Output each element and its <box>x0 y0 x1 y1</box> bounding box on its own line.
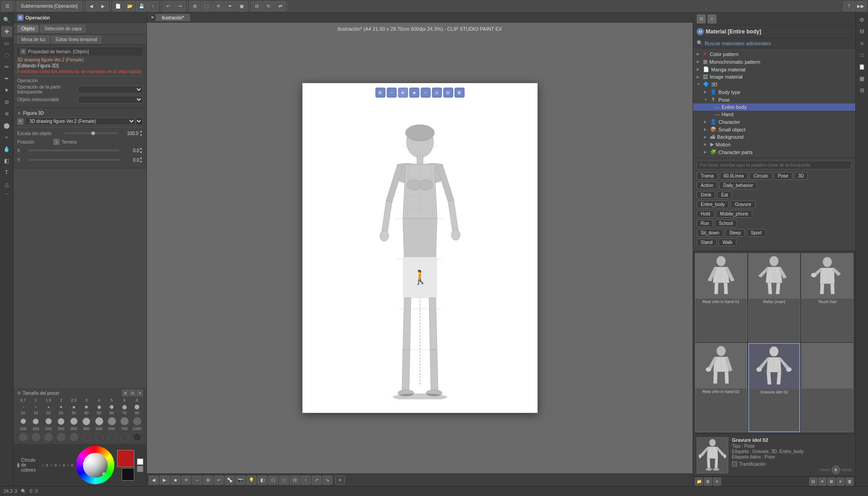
brush-icon-3[interactable]: ✕ <box>137 390 143 396</box>
tool-ink[interactable]: ✒ <box>1 73 12 84</box>
rp-bottom-3[interactable]: ≡ <box>713 477 721 486</box>
preview-3[interactable]: Touch hair <box>801 253 854 342</box>
ri-btn-7[interactable]: ⊞ <box>857 85 868 96</box>
preview-6[interactable] <box>801 343 854 433</box>
tree-hand[interactable]: — Hand <box>693 111 855 118</box>
rp-bottom-2[interactable]: ⊞ <box>704 477 712 486</box>
tree-background[interactable]: ▶ 🏙 Background <box>693 133 855 140</box>
tool-paint[interactable]: ⬤ <box>1 120 12 131</box>
tag-walk[interactable]: Walk <box>718 239 736 246</box>
brush-dot-25[interactable] <box>72 406 75 409</box>
brush-dot-100[interactable] <box>19 433 28 441</box>
rp-bottom-delete[interactable]: 🗑 <box>845 477 854 486</box>
color-wheel-inner[interactable] <box>83 453 108 477</box>
scale-slider[interactable] <box>64 132 118 134</box>
brush-dot-1[interactable] <box>35 406 37 408</box>
brush-dot-1000[interactable] <box>133 433 142 441</box>
ri-btn-3[interactable]: ≡ <box>857 38 868 49</box>
brush-dot-3[interactable] <box>85 405 88 409</box>
tag-action[interactable]: Action <box>697 182 717 189</box>
preview-2[interactable]: Relax (man) <box>748 253 801 342</box>
canvas-container[interactable]: Ilustración* (A4 21.00 x 29.70cm 600dpi … <box>147 23 693 473</box>
y-slider[interactable] <box>28 159 119 161</box>
preview-4[interactable]: Rest chin in hand 02 <box>695 343 747 433</box>
tree-character[interactable]: ▶ 👤 Character <box>693 118 855 126</box>
canvas-next[interactable]: ▶ <box>160 476 170 485</box>
find-more-btn[interactable]: 🔍 Buscar materiales adicionales <box>693 38 855 48</box>
canvas-rotate[interactable]: ↔ <box>192 476 202 485</box>
prop-objeto-select[interactable] <box>78 96 143 103</box>
tag-search-input[interactable] <box>697 161 852 169</box>
tab-objeto[interactable]: Objeto <box>17 25 38 33</box>
tag-stand[interactable]: Stand <box>697 239 717 246</box>
scale-spinner[interactable]: ▲ ▼ <box>139 129 143 137</box>
rp-bottom-1[interactable]: 📁 <box>695 477 703 486</box>
brush-dot-80[interactable] <box>133 417 142 426</box>
tag-pose[interactable]: Pose <box>774 172 793 180</box>
canvas-mesh[interactable]: ⬡ <box>268 476 278 485</box>
btn-mesa-luz[interactable]: Mesa de luz <box>17 36 50 43</box>
canvas-cam[interactable]: 📷 <box>236 476 245 485</box>
brush-dot-400[interactable] <box>82 433 91 441</box>
scale-down[interactable]: ▼ <box>139 133 143 137</box>
tb-undo[interactable]: ↩ <box>163 1 174 11</box>
ri-btn-4[interactable]: □ <box>857 50 868 61</box>
tag-3d[interactable]: 3D <box>794 172 808 180</box>
tree-pose[interactable]: ▼ 🏃 Pose <box>693 96 855 103</box>
tree-manga-material[interactable]: ▶ 📄 Manga material <box>693 66 855 73</box>
tree-motion[interactable]: ▶ ▶ Motion <box>693 140 855 148</box>
tree-mono-pattern[interactable]: ▶ ▦ Monochromatic pattern <box>693 58 855 66</box>
fig-ctrl-2[interactable]: ↔ <box>387 88 396 98</box>
canvas-view2[interactable]: ⊟ <box>290 476 300 485</box>
canvas-stop[interactable]: ■ <box>170 476 180 485</box>
tree-image-material[interactable]: ▶ 🖼 Image material <box>693 73 855 80</box>
tb-flip[interactable]: ⇄ <box>275 1 286 11</box>
brush-dot-8[interactable] <box>134 404 140 410</box>
tag-hold[interactable]: Hold <box>697 210 714 218</box>
brush-dot-70[interactable] <box>120 417 129 426</box>
close-tab-btn[interactable]: ✕ <box>149 14 156 21</box>
tag-mobile[interactable]: Mobile_phone <box>716 210 753 218</box>
canvas-view1[interactable]: □ <box>279 476 289 485</box>
ri-btn-6[interactable]: ▦ <box>857 73 868 84</box>
tool-lasso[interactable]: ◌ <box>1 50 12 61</box>
rp-icon-1[interactable]: ⊞ <box>697 14 706 23</box>
tool-fill[interactable]: ▼ <box>1 85 12 96</box>
canvas-bone[interactable]: 🦴 <box>225 476 235 485</box>
fig-ctrl-8[interactable]: ⊠ <box>454 88 464 98</box>
tag-gravure[interactable]: Gravure <box>731 201 755 208</box>
brush-dot-25b[interactable] <box>57 418 65 425</box>
tb-move[interactable]: ✛ <box>213 1 224 11</box>
brush-dot-5[interactable] <box>109 405 114 409</box>
bg-color-swatch[interactable] <box>122 468 134 481</box>
brush-dot-15b[interactable] <box>33 418 39 425</box>
tool-blend[interactable]: ≋ <box>1 108 12 119</box>
brush-dot-200[interactable] <box>44 433 53 441</box>
tool-move[interactable]: ✛ <box>1 26 12 37</box>
brush-dot-300[interactable] <box>70 433 78 441</box>
ri-btn-1[interactable]: ⚙ <box>857 14 868 25</box>
tb-pen[interactable]: ✒ <box>225 1 236 11</box>
tree-3d[interactable]: ▼ 🔷 3D <box>693 80 855 88</box>
canvas-move-tool[interactable]: ✛ <box>181 476 191 485</box>
prop-transparente-select[interactable] <box>78 86 143 94</box>
rp-bottom-list[interactable]: ≡ <box>836 477 844 486</box>
tb-save[interactable]: 💾 <box>136 1 147 11</box>
x-spinner[interactable]: ▲ ▼ <box>139 146 143 154</box>
preview-1[interactable]: Rest chin in hand 01 <box>695 253 747 342</box>
canvas-extra[interactable]: ≡ <box>335 476 345 485</box>
detail-thumb[interactable] <box>697 437 728 473</box>
ri-btn-2[interactable]: M <box>857 26 868 37</box>
fig-ctrl-4[interactable]: ◈ <box>409 88 419 98</box>
brush-dot-50[interactable] <box>95 417 104 426</box>
fg-color-swatch[interactable] <box>117 450 134 467</box>
f3d-model-select[interactable]: 3D drawing figure-Ver.2 (Female) <box>25 117 136 125</box>
tb-rotate[interactable]: ↻ <box>263 1 274 11</box>
tb-new[interactable]: 📄 <box>113 1 123 11</box>
tag-drink[interactable]: Drink <box>697 191 715 199</box>
tb-open[interactable]: 📂 <box>124 1 135 11</box>
tree-small-object[interactable]: ▶ 📦 Small object <box>693 126 855 133</box>
tool-erase[interactable]: ⊘ <box>1 97 12 108</box>
gray-swatch[interactable] <box>137 466 143 472</box>
x-slider[interactable] <box>28 150 119 151</box>
